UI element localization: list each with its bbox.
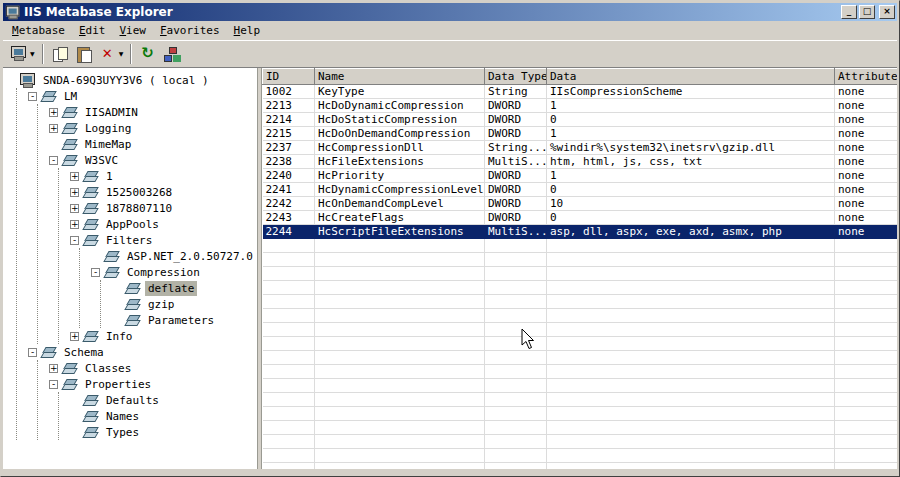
paste-button[interactable] [72, 43, 96, 65]
dropdown-arrow-icon[interactable]: ▼ [30, 50, 35, 57]
dropdown-arrow-icon[interactable]: ▼ [119, 50, 124, 57]
tree-item-defaults[interactable]: Defaults [70, 392, 257, 408]
delete-button[interactable]: ▼ [96, 43, 127, 65]
cell-attributes: none [835, 113, 898, 127]
cell-type: DWORD [485, 211, 547, 225]
expand-toggle[interactable]: + [70, 204, 79, 213]
expand-toggle[interactable]: + [70, 220, 79, 229]
column-header-data-type[interactable]: Data Type [485, 69, 547, 85]
cell-type: DWORD [485, 197, 547, 211]
menu-favorites[interactable]: Favorites [153, 22, 227, 39]
tree-item-logging[interactable]: +Logging [49, 120, 257, 136]
metabase-key-icon [82, 234, 99, 247]
cell-attributes: none [835, 169, 898, 183]
minimize-button[interactable]: _ [841, 5, 857, 19]
cell-attributes: none [835, 141, 898, 155]
list-row-2215[interactable]: 2215HcDoOnDemandCompressionDWORD1none [263, 127, 898, 141]
cell-id: 2237 [263, 141, 315, 155]
tree-item-label: Compression [124, 265, 203, 280]
tree-item-asp-net-2-0-50727-0[interactable]: ASP.NET_2.0.50727.0 [91, 248, 257, 264]
metabase-key-icon [61, 106, 78, 119]
window-title: IIS Metabase Explorer [24, 5, 839, 19]
refresh-button[interactable] [136, 43, 160, 65]
menu-view[interactable]: View [112, 22, 153, 39]
tree-item-1[interactable]: +1 [70, 168, 257, 184]
tree-item-properties[interactable]: -Properties [49, 376, 257, 392]
cell-data: asp, dll, aspx, exe, axd, asmx, php [547, 225, 835, 239]
cell-name: HcDoOnDemandCompression [315, 127, 485, 141]
network-button[interactable] [160, 43, 184, 65]
tree-item-apppools[interactable]: +AppPools [70, 216, 257, 232]
copy-button[interactable] [48, 43, 72, 65]
collapse-toggle[interactable]: - [49, 156, 58, 165]
expand-toggle[interactable]: + [49, 108, 58, 117]
list-row-1002[interactable]: 1002KeyTypeStringIIsCompressionSchemenon… [263, 85, 898, 99]
expand-toggle[interactable]: + [49, 364, 58, 373]
tree-item-names[interactable]: Names [70, 408, 257, 424]
cell-name: KeyType [315, 85, 485, 99]
empty-row [263, 407, 898, 421]
tree-item-iisadmin[interactable]: +IISADMIN [49, 104, 257, 120]
list-row-2213[interactable]: 2213HcDoDynamicCompressionDWORD1none [263, 99, 898, 113]
collapse-toggle[interactable]: - [28, 92, 37, 101]
tree-item-classes[interactable]: +Classes [49, 360, 257, 376]
metabase-key-icon [82, 394, 99, 407]
tree-item-mimemap[interactable]: MimeMap [49, 136, 257, 152]
close-button[interactable]: × [879, 5, 895, 19]
column-header-id[interactable]: ID [263, 69, 315, 85]
tree-item-info[interactable]: +Info [70, 328, 257, 344]
cell-data: %windir%\system32\inetsrv\gzip.dll [547, 141, 835, 155]
tree-item-w3svc[interactable]: -W3SVC [49, 152, 257, 168]
list-row-2240[interactable]: 2240HcPriorityDWORD1none [263, 169, 898, 183]
tree-item-label: Classes [82, 361, 134, 376]
menu-edit[interactable]: Edit [72, 22, 113, 39]
list-row-2244[interactable]: 2244HcScriptFileExtensionsMultiS...asp, … [263, 225, 898, 239]
list-row-2241[interactable]: 2241HcDynamicCompressionLevelDWORD0none [263, 183, 898, 197]
list-row-2214[interactable]: 2214HcDoStaticCompressionDWORD0none [263, 113, 898, 127]
list-row-2243[interactable]: 2243HcCreateFlagsDWORD0none [263, 211, 898, 225]
list-row-2237[interactable]: 2237HcCompressionDllString...%windir%\sy… [263, 141, 898, 155]
tree-item-lm[interactable]: -LM [28, 88, 257, 104]
property-list[interactable]: IDNameData TypeDataAttributes 1002KeyTyp… [261, 68, 897, 469]
menu-help[interactable]: Help [227, 22, 268, 39]
expand-toggle[interactable]: + [70, 172, 79, 181]
tree-item-filters[interactable]: -Filters [70, 232, 257, 248]
collapse-toggle[interactable]: - [70, 236, 79, 245]
title-bar[interactable]: IIS Metabase Explorer _ □ × [3, 3, 897, 21]
tree-item-schema[interactable]: -Schema [28, 344, 257, 360]
metabase-key-icon [40, 346, 57, 359]
tree-item-gzip[interactable]: gzip [112, 296, 257, 312]
metabase-tree[interactable]: SNDA-69Q3UYY3V6 ( local )-LM+IISADMIN+Lo… [3, 68, 258, 469]
collapse-toggle[interactable]: - [49, 380, 58, 389]
column-header-attributes[interactable]: Attributes [835, 69, 898, 85]
tree-item-types[interactable]: Types [70, 424, 257, 440]
cell-id: 2238 [263, 155, 315, 169]
toolbar-separator [42, 44, 44, 64]
expand-toggle[interactable]: + [49, 124, 58, 133]
tree-item-label: IISADMIN [82, 105, 141, 120]
expand-toggle[interactable]: + [70, 188, 79, 197]
list-row-2238[interactable]: 2238HcFileExtensionsMultiS...htm, html, … [263, 155, 898, 169]
tree-item-snda-69q3uyy3v6-local[interactable]: SNDA-69Q3UYY3V6 ( local ) [7, 72, 257, 88]
menu-metabase[interactable]: Metabase [5, 22, 72, 39]
tree-item-1525003268[interactable]: +1525003268 [70, 184, 257, 200]
cell-name: HcScriptFileExtensions [315, 225, 485, 239]
expand-toggle[interactable]: + [70, 332, 79, 341]
connect-button[interactable]: ▼ [7, 43, 38, 65]
column-header-name[interactable]: Name [315, 69, 485, 85]
tree-item-deflate[interactable]: deflate [112, 280, 257, 296]
cell-type: MultiS... [485, 155, 547, 169]
tree-item-1878807110[interactable]: +1878807110 [70, 200, 257, 216]
cell-attributes: none [835, 155, 898, 169]
collapse-toggle[interactable]: - [28, 348, 37, 357]
column-header-data[interactable]: Data [547, 69, 835, 85]
collapse-toggle[interactable]: - [91, 268, 100, 277]
cell-attributes: none [835, 127, 898, 141]
list-row-2242[interactable]: 2242HcOnDemandCompLevelDWORD10none [263, 197, 898, 211]
tree-item-compression[interactable]: -Compression [91, 264, 257, 280]
empty-row [263, 421, 898, 435]
maximize-button[interactable]: □ [859, 5, 875, 19]
tree-item-parameters[interactable]: Parameters [112, 312, 257, 328]
cell-type: String... [485, 141, 547, 155]
metabase-key-icon [82, 410, 99, 423]
